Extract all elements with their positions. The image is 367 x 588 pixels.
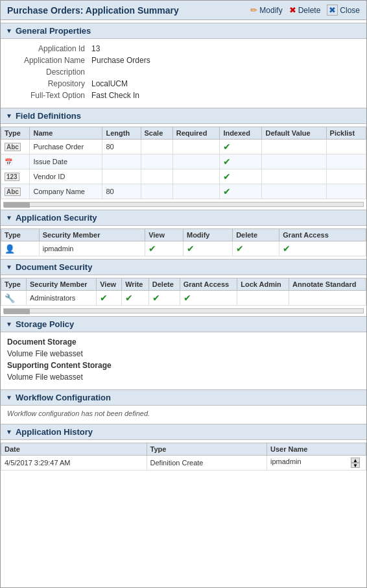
spin-buttons[interactable]: ▲ ▼ — [351, 458, 360, 468]
fulltext-value: Fast Check In — [91, 91, 139, 100]
doc-security-table-wrapper[interactable]: Type Security Member View Write Delete G… — [1, 278, 366, 306]
content-area[interactable]: ▼ General Properties Application Id 13 A… — [1, 20, 366, 587]
storage-policy-content: Document Storage Volume File webasset Su… — [1, 332, 366, 387]
fd-name-3: Vendor ID — [30, 169, 102, 184]
table-row: Abc Purchase Order 80 ✔ — [1, 140, 366, 154]
page-title: Purchase Orders: Application Summary — [7, 5, 179, 16]
application-security-title: Application Security — [16, 213, 97, 223]
check-icon: ✔ — [152, 293, 160, 303]
pencil-icon: ✏ — [250, 5, 257, 15]
delete-icon: ✖ — [289, 5, 296, 15]
fd-default-1 — [262, 140, 326, 154]
table-row: 👤 ipmadmin ✔ ✔ ✔ ✔ — [1, 241, 366, 256]
page-container: Purchase Orders: Application Summary ✏ M… — [0, 0, 367, 588]
ds-col-member: Security Member — [26, 278, 96, 291]
check-icon: ✔ — [236, 243, 244, 254]
fd-type-1: Abc — [1, 140, 30, 154]
fd-picklist-2 — [326, 154, 366, 169]
collapse-triangle-wf: ▼ — [6, 394, 12, 401]
document-security-title: Document Security — [16, 262, 92, 272]
fd-col-required: Required — [172, 127, 220, 140]
as-col-modify: Modify — [183, 229, 232, 241]
ds-annotate-1 — [289, 291, 366, 306]
as-header-row: Type Security Member View Modify Delete … — [1, 229, 366, 241]
storage-policy-section: ▼ Storage Policy Document Storage Volume… — [1, 316, 366, 387]
fd-scale-1 — [141, 140, 172, 154]
ah-col-user: User Name — [266, 443, 366, 456]
as-delete-1: ✔ — [233, 241, 279, 256]
field-definitions-title: Field Definitions — [16, 111, 81, 121]
fd-scale-4 — [141, 184, 172, 199]
delete-button[interactable]: ✖ Delete — [289, 5, 321, 15]
fd-col-name: Name — [30, 127, 102, 140]
title-bar: Purchase Orders: Application Summary ✏ M… — [1, 1, 366, 20]
as-type-1: 👤 — [1, 241, 40, 256]
ds-col-view: View — [97, 278, 122, 291]
admin-icon: 🔧 — [5, 293, 15, 303]
fd-length-2 — [102, 154, 141, 169]
history-table: Date Type User Name 4/5/2017 3:29:47 AM … — [1, 443, 366, 471]
close-button[interactable]: ✖ Close — [327, 5, 360, 16]
ah-col-type: Type — [147, 443, 266, 456]
as-col-member: Security Member — [39, 229, 145, 241]
as-col-type: Type — [1, 229, 40, 241]
abc-icon: Abc — [5, 143, 21, 151]
scrollbar-thumb-ds — [4, 309, 30, 314]
field-definitions-table-wrapper[interactable]: Type Name Length Scale Required Indexed … — [1, 127, 366, 199]
fd-length-1: 80 — [102, 140, 141, 154]
fd-default-4 — [262, 184, 326, 199]
fd-length-3 — [102, 169, 141, 184]
supporting-volume-value-text: File webasset — [35, 373, 82, 382]
ds-view-1: ✔ — [97, 291, 122, 306]
storage-policy-title: Storage Policy — [16, 319, 74, 329]
doc-security-scrollbar[interactable] — [3, 308, 364, 313]
collapse-triangle-ds: ▼ — [6, 263, 12, 271]
field-definitions-table: Type Name Length Scale Required Indexed … — [1, 127, 366, 199]
field-definitions-header: ▼ Field Definitions — [1, 108, 366, 124]
document-security-header: ▼ Document Security — [1, 259, 366, 275]
fd-required-3 — [172, 169, 220, 184]
fd-picklist-4 — [326, 184, 366, 199]
abc-icon: Abc — [5, 188, 21, 196]
workflow-header: ▼ Workflow Configuration — [1, 389, 366, 406]
fd-type-4: Abc — [1, 184, 30, 199]
ds-delete-1: ✔ — [148, 291, 180, 306]
doc-storage-label: Document Storage — [7, 337, 77, 347]
application-security-header: ▼ Application Security — [1, 210, 366, 226]
workflow-message: Workflow configuration has not been defi… — [7, 410, 150, 417]
fd-required-1 — [172, 140, 220, 154]
table-row: 📅 Issue Date ✔ — [1, 154, 366, 169]
close-label: Close — [340, 6, 360, 15]
check-icon: ✔ — [223, 171, 231, 182]
fd-header-row: Type Name Length Scale Required Indexed … — [1, 127, 366, 140]
bottom-spacer — [1, 473, 366, 486]
appid-label: Application Id — [7, 44, 91, 53]
check-icon: ✔ — [223, 186, 231, 197]
ah-date-1: 4/5/2017 3:29:47 AM — [1, 456, 147, 471]
repo-label: Repository — [7, 79, 91, 88]
fd-picklist-1 — [326, 140, 366, 154]
table-row: 4/5/2017 3:29:47 AM Definition Create ip… — [1, 456, 366, 471]
application-history-header: ▼ Application History — [1, 424, 366, 440]
horizontal-scrollbar[interactable] — [3, 202, 364, 207]
spin-down-button[interactable]: ▼ — [351, 463, 360, 468]
fulltext-label: Full-Text Option — [7, 91, 91, 100]
prop-row-appname: Application Name Purchase Orders — [7, 55, 360, 66]
ds-header-row: Type Security Member View Write Delete G… — [1, 278, 366, 291]
scrollbar-thumb — [4, 202, 30, 208]
prop-row-repo: Repository LocalUCM — [7, 78, 360, 90]
ah-header-row: Date Type User Name — [1, 443, 366, 456]
as-modify-1: ✔ — [183, 241, 232, 256]
as-view-1: ✔ — [145, 241, 184, 256]
ds-write-1: ✔ — [122, 291, 149, 306]
fd-required-2 — [172, 154, 220, 169]
document-security-section: ▼ Document Security Type Security Member… — [1, 259, 366, 313]
prop-row-desc: Description — [7, 66, 360, 78]
collapse-triangle-ah: ▼ — [6, 428, 12, 435]
doc-volume-row: Volume File webasset — [7, 348, 360, 360]
modify-button[interactable]: ✏ Modify — [250, 5, 282, 15]
doc-storage-label-row: Document Storage — [7, 336, 360, 348]
check-icon: ✔ — [223, 141, 231, 152]
prop-row-fulltext: Full-Text Option Fast Check In — [7, 90, 360, 101]
supporting-volume-row: Volume File webasset — [7, 371, 360, 383]
